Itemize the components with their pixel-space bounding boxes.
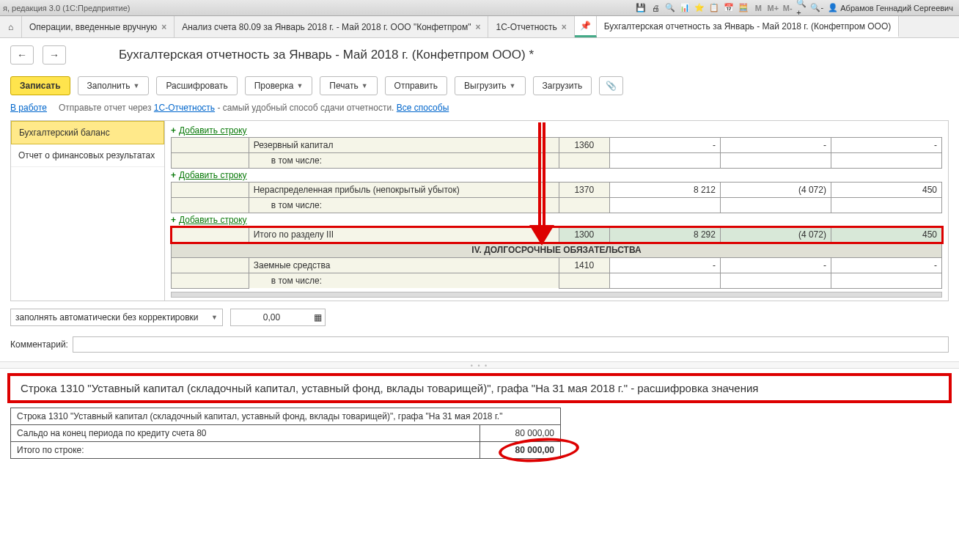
tab-analysis[interactable]: Анализ счета 80.09 за Январь 2018 г. - М… [174, 16, 488, 37]
search-icon[interactable]: 🔍 [664, 1, 677, 15]
chevron-down-icon: ▼ [296, 82, 303, 89]
plus-icon: + [171, 125, 176, 136]
user-icon: 👤 [828, 3, 838, 12]
page-title: Бухгалтерская отчетность за Январь - Май… [119, 48, 534, 62]
table-row[interactable]: в том числе: [172, 273, 942, 289]
forward-button[interactable]: → [43, 45, 66, 65]
print-button[interactable]: Печать▼ [320, 76, 377, 95]
sidebar-item-balance[interactable]: Бухгалтерский баланс [11, 121, 164, 144]
chart-icon[interactable]: 📊 [678, 1, 691, 15]
close-icon[interactable]: × [475, 22, 480, 32]
grid-profit: Нераспределенная прибыль (непокрытый убы… [171, 182, 942, 213]
close-icon[interactable]: × [562, 22, 567, 32]
table-row[interactable]: в том числе: [172, 153, 942, 169]
home-icon: ⌂ [8, 22, 13, 32]
fill-button[interactable]: Заполнить▼ [78, 76, 150, 95]
grid-reserve: Резервный капитал 1360 --- в том числе: [171, 137, 942, 169]
grid-total: Итого по разделу III 1300 8 292(4 072)45… [171, 226, 942, 289]
table-row: Итого по строке:80 000,00 [11, 441, 561, 458]
chevron-down-icon: ▼ [361, 82, 368, 89]
calendar-icon[interactable]: 📅 [722, 1, 735, 15]
send-button[interactable]: Отправить [385, 76, 448, 95]
zoom-in-icon[interactable]: 🔍+ [796, 1, 809, 15]
chevron-down-icon: ▼ [211, 314, 218, 321]
calculator-icon[interactable]: 🧮 [737, 1, 750, 15]
chevron-down-icon: ▼ [133, 82, 140, 89]
plus-icon: + [171, 215, 176, 225]
zoom-out-icon[interactable]: 🔍- [810, 1, 823, 15]
decode-button[interactable]: Расшифровать [156, 76, 237, 95]
value-input[interactable]: 0,00▦ [230, 309, 326, 326]
sidebar-item-finresults[interactable]: Отчет о финансовых результатах [11, 144, 164, 167]
comment-input[interactable] [73, 336, 949, 353]
status-link[interactable]: В работе [10, 103, 47, 113]
calculator-icon[interactable]: ▦ [314, 312, 322, 323]
load-button[interactable]: Загрузить [533, 76, 592, 95]
section-row: IV. ДОЛГОСРОЧНЫЕ ОБЯЗАТЕЛЬСТВА [172, 243, 942, 258]
print-icon[interactable]: 🖨 [649, 1, 662, 15]
add-row-link[interactable]: +Добавить строку [171, 215, 942, 225]
inforow: В работе Отправьте отчет через 1С-Отчетн… [0, 100, 959, 120]
app-title: я, редакция 3.0 (1С:Предприятие) [3, 4, 130, 12]
memory-m[interactable]: M [752, 1, 765, 15]
memory-mplus[interactable]: M+ [766, 1, 779, 15]
back-button[interactable]: ← [10, 45, 34, 65]
table-row[interactable]: в том числе: [172, 198, 942, 213]
comment-row: Комментарий: [0, 334, 959, 361]
tab-reporting[interactable]: 1С-Отчетность× [488, 16, 574, 37]
add-row-link[interactable]: +Добавить строку [171, 170, 942, 180]
total-row[interactable]: Итого по разделу III 1300 8 292(4 072)45… [172, 227, 942, 243]
star-icon[interactable]: ⭐ [693, 1, 706, 15]
bottom-controls: заполнять автоматически без корректировк… [0, 301, 959, 334]
user-badge[interactable]: 👤 Абрамов Геннадий Сергеевич [825, 3, 956, 12]
paperclip-icon: 📎 [606, 81, 617, 91]
close-icon[interactable]: × [161, 22, 166, 32]
main-split: Бухгалтерский баланс Отчет о финансовых … [10, 120, 949, 301]
tab-accounting-report[interactable]: Бухгалтерская отчетность за Январь - Май… [597, 16, 900, 37]
table-row[interactable]: Заемные средства 1410 --- [172, 258, 942, 273]
link-all-ways[interactable]: Все способы [397, 103, 449, 113]
attach-button[interactable]: 📎 [599, 76, 623, 95]
save-button[interactable]: Записать [10, 76, 70, 95]
plus-icon: + [171, 170, 176, 180]
save-icon[interactable]: 💾 [634, 1, 647, 15]
splitter[interactable]: • • • [0, 361, 959, 369]
tab-pin[interactable]: 📌 [575, 16, 597, 37]
table-row[interactable]: Резервный капитал 1360 --- [172, 138, 942, 153]
titlebar-tools: 💾 🖨 🔍 📊 ⭐ 📋 📅 🧮 M M+ M- 🔍+ 🔍- 👤 Абрамов … [634, 1, 956, 15]
add-row-link[interactable]: +Добавить строку [171, 125, 942, 136]
table-row: Строка 1310 "Уставный капитал (складочны… [11, 408, 561, 424]
scrollbar[interactable] [171, 292, 942, 298]
tabbar: ⌂ Операции, введенные вручную× Анализ сч… [0, 16, 959, 38]
memory-mminus[interactable]: M- [781, 1, 794, 15]
link-1c-reporting[interactable]: 1С-Отчетность [154, 103, 215, 113]
titlebar: я, редакция 3.0 (1С:Предприятие) 💾 🖨 🔍 📊… [0, 0, 959, 16]
comment-label: Комментарий: [10, 339, 68, 350]
toolbar: Записать Заполнить▼ Расшифровать Проверк… [0, 72, 959, 100]
detail-table: Строка 1310 "Уставный капитал (складочны… [10, 408, 561, 459]
detail-title: Строка 1310 "Уставный капитал (складочны… [10, 376, 949, 400]
tab-operations[interactable]: Операции, введенные вручную× [22, 16, 174, 37]
upload-button[interactable]: Выгрузить▼ [455, 76, 525, 95]
pin-icon: 📌 [580, 21, 591, 31]
chevron-down-icon: ▼ [510, 82, 516, 89]
clipboard-icon[interactable]: 📋 [708, 1, 721, 15]
info-text: Отправьте отчет через 1С-Отчетность - са… [59, 103, 449, 113]
tab-home[interactable]: ⌂ [0, 16, 22, 37]
user-name: Абрамов Геннадий Сергеевич [840, 4, 953, 12]
table-row: Сальдо на конец периода по кредиту счета… [11, 424, 561, 441]
left-pane: Бухгалтерский баланс Отчет о финансовых … [11, 121, 165, 301]
navrow: ← → Бухгалтерская отчетность за Январь -… [0, 38, 959, 72]
right-pane: +Добавить строку Резервный капитал 1360 … [165, 121, 948, 301]
fill-mode-select[interactable]: заполнять автоматически без корректировк… [10, 309, 223, 326]
check-button[interactable]: Проверка▼ [245, 76, 313, 95]
